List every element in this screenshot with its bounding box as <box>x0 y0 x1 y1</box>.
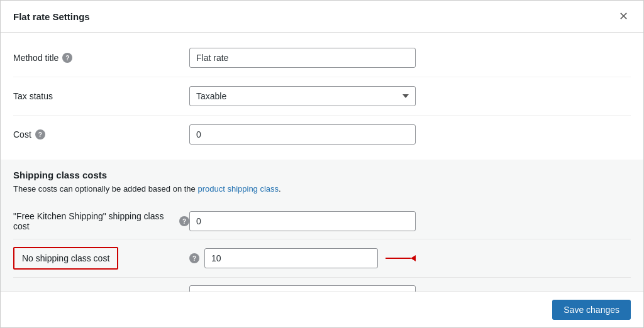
no-shipping-label-highlighted: No shipping class cost <box>13 247 118 270</box>
cost-input[interactable] <box>189 124 416 145</box>
shipping-class-description: These costs can optionally be added base… <box>13 184 631 194</box>
flat-rate-settings-modal: Flat rate Settings ✕ Method title ? <box>0 0 644 328</box>
method-title-label: Method title ? <box>13 53 189 63</box>
cost-control <box>189 124 631 145</box>
no-shipping-help-icon[interactable]: ? <box>189 253 199 263</box>
calculation-type-row: Calculation type Per class: Charge shipp… <box>13 278 631 292</box>
shipping-class-section: Shipping class costs These costs can opt… <box>1 160 643 292</box>
basic-settings-section: Method title ? Tax status Taxable <box>1 33 643 160</box>
no-shipping-class-row: No shipping class cost ? <box>13 239 631 278</box>
cost-label: Cost ? <box>13 129 189 139</box>
no-shipping-cost-input[interactable] <box>204 248 378 268</box>
save-changes-button[interactable]: Save changes <box>552 300 631 320</box>
cost-help-icon[interactable]: ? <box>35 129 45 139</box>
product-shipping-class-link[interactable]: product shipping class <box>197 184 279 194</box>
tax-status-row: Tax status Taxable None <box>13 77 631 116</box>
free-kitchen-help-icon[interactable]: ? <box>179 216 189 226</box>
no-shipping-control: ? <box>189 248 631 268</box>
calculation-type-control: Per class: Charge shipping for each ship… <box>189 285 631 292</box>
cost-row: Cost ? <box>13 116 631 153</box>
free-kitchen-shipping-row: "Free Kitchen Shipping" shipping class c… <box>13 204 631 239</box>
close-button[interactable]: ✕ <box>616 9 631 23</box>
method-title-row: Method title ? <box>13 39 631 77</box>
modal-title: Flat rate Settings <box>13 11 90 22</box>
free-kitchen-input[interactable] <box>189 211 416 231</box>
tax-status-label: Tax status <box>13 91 189 101</box>
method-title-control <box>189 48 631 68</box>
modal-body: Method title ? Tax status Taxable <box>1 33 643 292</box>
modal-header: Flat rate Settings ✕ <box>1 1 643 33</box>
tax-status-select[interactable]: Taxable None <box>189 86 416 106</box>
modal-footer: Save changes <box>1 292 643 327</box>
arrow-indicator <box>386 255 416 261</box>
free-kitchen-control <box>189 211 631 231</box>
tax-status-control: Taxable None <box>189 86 631 106</box>
shipping-class-section-title: Shipping class costs <box>13 170 631 180</box>
no-shipping-input-wrapper: ? <box>189 248 416 268</box>
free-kitchen-label: "Free Kitchen Shipping" shipping class c… <box>13 211 189 231</box>
method-title-help-icon[interactable]: ? <box>62 53 72 63</box>
calculation-type-select[interactable]: Per class: Charge shipping for each ship… <box>189 285 416 292</box>
method-title-input[interactable] <box>189 48 416 68</box>
no-shipping-label-wrapper: No shipping class cost <box>13 247 189 270</box>
